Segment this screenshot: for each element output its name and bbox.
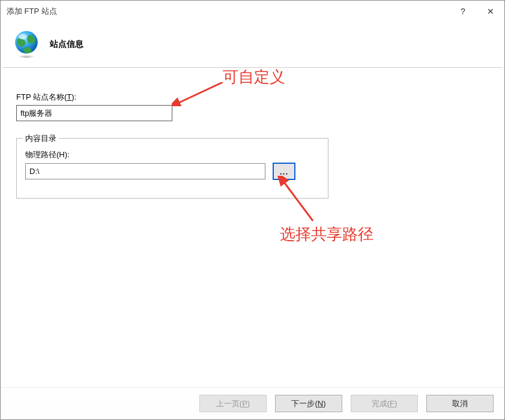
next-btn-prefix: 下一步(: [291, 399, 317, 408]
titlebar-controls: ? ✕: [449, 1, 504, 22]
next-btn-shortcut: N: [318, 399, 323, 408]
physical-path-label-prefix: 物理路径(: [25, 150, 59, 159]
finish-btn-prefix: 完成(: [372, 399, 390, 408]
cancel-button[interactable]: 取消: [426, 395, 494, 412]
physical-path-label-shortcut: H: [59, 150, 64, 159]
dialog-footer: 上一页(P) 下一步(N) 完成(F) 取消: [1, 387, 504, 419]
content-directory-legend: 内容目录: [23, 133, 59, 144]
next-button[interactable]: 下一步(N): [275, 395, 342, 412]
previous-button: 上一页(P): [199, 395, 267, 412]
help-button[interactable]: ?: [449, 2, 477, 20]
site-name-label-suffix: ):: [71, 92, 76, 101]
prev-btn-suffix: ): [247, 399, 250, 408]
dialog-content: FTP 站点名称(T): 内容目录 物理路径(H): ... 可自定义 选择共享: [1, 68, 504, 387]
prev-btn-prefix: 上一页(: [216, 399, 242, 408]
globe-icon: [11, 28, 41, 60]
dialog-window: 添加 FTP 站点 ? ✕: [0, 0, 505, 420]
physical-path-label-suffix: ):: [65, 150, 70, 159]
physical-path-row: ...: [25, 163, 319, 180]
site-name-label: FTP 站点名称(T):: [16, 92, 489, 103]
prev-btn-shortcut: P: [242, 399, 247, 408]
titlebar: 添加 FTP 站点 ? ✕: [1, 1, 504, 22]
close-button[interactable]: ✕: [477, 2, 504, 20]
finish-btn-suffix: ): [395, 399, 397, 408]
finish-btn-shortcut: F: [390, 399, 395, 408]
svg-point-2: [19, 34, 27, 39]
window-title: 添加 FTP 站点: [7, 6, 57, 17]
next-btn-suffix: ): [323, 399, 325, 408]
content-directory-fieldset: 内容目录 物理路径(H): ...: [16, 138, 328, 199]
browse-button[interactable]: ...: [273, 163, 295, 180]
dialog-header: 站点信息: [1, 22, 504, 67]
physical-path-label: 物理路径(H):: [25, 149, 319, 160]
physical-path-input[interactable]: [25, 163, 265, 179]
annotation-choose-path: 选择共享路径: [280, 224, 373, 245]
finish-button: 完成(F): [351, 395, 418, 412]
dialog-heading: 站点信息: [50, 39, 83, 50]
site-name-input[interactable]: [16, 105, 172, 121]
svg-point-0: [17, 53, 35, 58]
site-name-label-prefix: FTP 站点名称(: [16, 92, 67, 101]
annotation-customizable: 可自定义: [223, 67, 285, 88]
